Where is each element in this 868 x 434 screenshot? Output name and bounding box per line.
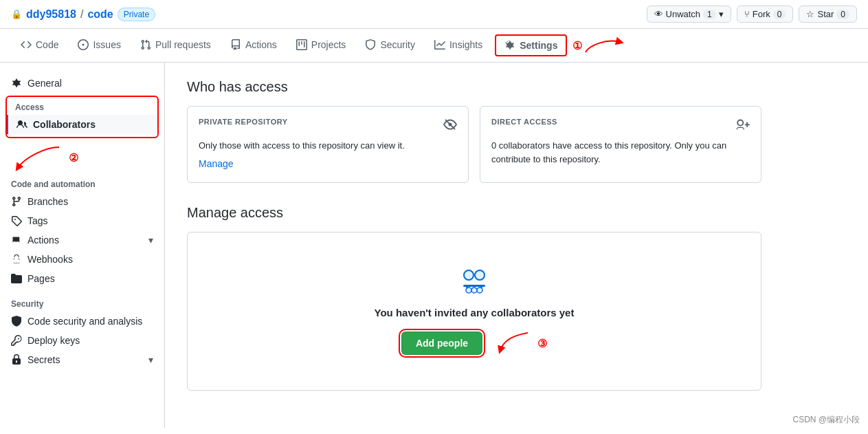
star-label: Star bbox=[817, 9, 834, 19]
star-icon: ☆ bbox=[806, 9, 814, 19]
sidebar-item-branches[interactable]: Branches bbox=[0, 192, 164, 211]
annotation-2: ② bbox=[69, 151, 78, 164]
insights-icon bbox=[434, 39, 445, 50]
sidebar-access-title: Access bbox=[7, 100, 157, 115]
fork-button[interactable]: ⑂ Fork 0 bbox=[737, 6, 794, 23]
sidebar-item-secrets[interactable]: Secrets ▾ bbox=[0, 350, 164, 369]
pulls-icon bbox=[140, 39, 151, 50]
sidebar-item-deploy-keys[interactable]: Deploy keys bbox=[0, 331, 164, 350]
tab-code-label: Code bbox=[36, 39, 58, 50]
unwatch-button[interactable]: 👁 Unwatch 1 ▾ bbox=[647, 6, 731, 23]
unwatch-label: Unwatch bbox=[666, 9, 701, 19]
sidebar-item-webhooks[interactable]: Webhooks bbox=[0, 250, 164, 269]
sidebar-item-code-security[interactable]: Code security and analysis bbox=[0, 312, 164, 331]
watermark: CSDN @编程小段 bbox=[792, 414, 860, 426]
direct-access-card: DIRECT ACCESS 0 collaborators have acces… bbox=[480, 106, 761, 183]
svg-point-5 bbox=[466, 287, 471, 293]
chevron-down-icon[interactable]: ▾ bbox=[719, 9, 724, 19]
private-repo-card-header: PRIVATE REPOSITORY bbox=[199, 118, 457, 133]
private-repo-card: PRIVATE REPOSITORY Only those with acces… bbox=[187, 106, 469, 183]
tab-projects-label: Projects bbox=[311, 39, 346, 50]
collab-icon-container bbox=[199, 265, 750, 299]
sidebar-code-automation: Code and automation Branches Tags Action… bbox=[0, 174, 164, 288]
main-layout: General Access Collaborators ② bbox=[0, 63, 868, 428]
private-badge: Private bbox=[118, 8, 155, 21]
sidebar-pages-label: Pages bbox=[27, 273, 55, 284]
tab-projects[interactable]: Projects bbox=[287, 32, 356, 58]
sidebar: General Access Collaborators ② bbox=[0, 63, 165, 428]
direct-access-label: DIRECT ACCESS bbox=[491, 118, 557, 126]
chevron-down-icon[interactable]: ▾ bbox=[148, 235, 153, 246]
sidebar-deploy-keys-label: Deploy keys bbox=[27, 335, 80, 346]
sidebar-item-general[interactable]: General bbox=[0, 74, 164, 93]
annotation-1: ① bbox=[572, 39, 582, 52]
actions-play-icon bbox=[11, 235, 22, 246]
tab-issues-label: Issues bbox=[93, 39, 120, 50]
star-count: 0 bbox=[836, 10, 849, 19]
fork-icon: ⑂ bbox=[744, 9, 750, 19]
sidebar-general-label: General bbox=[27, 78, 62, 89]
fork-count: 0 bbox=[773, 10, 786, 19]
annotation-3: ③ bbox=[537, 337, 547, 350]
svg-rect-2 bbox=[463, 285, 485, 287]
tab-actions[interactable]: Actions bbox=[221, 32, 287, 58]
tab-security-label: Security bbox=[380, 39, 415, 50]
repo-name[interactable]: code bbox=[87, 8, 113, 21]
key-icon bbox=[11, 335, 22, 346]
unwatch-count: 1 bbox=[703, 10, 716, 19]
manage-access-box: You haven't invited any collaborators ye… bbox=[187, 232, 761, 391]
pages-icon bbox=[11, 273, 22, 284]
eye-off-icon bbox=[443, 118, 457, 133]
direct-access-card-header: DIRECT ACCESS bbox=[491, 118, 750, 133]
chevron-down-icon-secrets[interactable]: ▾ bbox=[148, 354, 153, 365]
tab-security[interactable]: Security bbox=[355, 32, 425, 58]
repo-owner[interactable]: ddy95818 bbox=[26, 8, 76, 21]
top-bar: 🔒 ddy95818 / code Private 👁 Unwatch 1 ▾ … bbox=[0, 0, 868, 29]
arrow-1 bbox=[582, 35, 623, 56]
star-button[interactable]: ☆ Star 0 bbox=[799, 6, 857, 23]
collaborator-graphic bbox=[458, 265, 491, 299]
sidebar-secrets-label: Secrets bbox=[27, 354, 60, 365]
lock-icon bbox=[11, 354, 22, 365]
shield-icon bbox=[11, 316, 22, 327]
tab-insights[interactable]: Insights bbox=[425, 32, 492, 58]
actions-icon bbox=[230, 39, 241, 50]
sidebar-security-title: Security bbox=[0, 294, 164, 312]
branch-icon bbox=[11, 196, 22, 207]
gear-icon bbox=[11, 78, 22, 89]
svg-point-0 bbox=[464, 270, 474, 280]
repo-info: 🔒 ddy95818 / code Private bbox=[11, 8, 155, 21]
add-people-button[interactable]: Add people bbox=[401, 332, 482, 355]
webhook-icon bbox=[11, 254, 22, 265]
tab-settings[interactable]: Settings bbox=[495, 34, 567, 56]
security-icon bbox=[365, 39, 376, 50]
tab-code[interactable]: Code bbox=[11, 32, 68, 58]
manage-access-title: Manage access bbox=[187, 205, 761, 221]
main-content: Who has access PRIVATE REPOSITORY Only t… bbox=[165, 63, 783, 428]
no-collabs-text: You haven't invited any collaborators ye… bbox=[199, 307, 750, 318]
who-has-access-title: Who has access bbox=[187, 79, 761, 95]
settings-icon bbox=[504, 40, 515, 51]
sidebar-item-collaborators[interactable]: Collaborators bbox=[7, 115, 157, 134]
manage-link[interactable]: Manage bbox=[199, 158, 234, 169]
sidebar-access-section: Access Collaborators bbox=[5, 96, 159, 138]
sidebar-tags-label: Tags bbox=[27, 215, 48, 226]
sidebar-item-actions-settings[interactable]: Actions ▾ bbox=[0, 230, 164, 250]
people-plus-icon bbox=[736, 118, 750, 133]
sidebar-code-automation-title: Code and automation bbox=[0, 174, 164, 192]
projects-icon bbox=[296, 39, 307, 50]
tab-insights-label: Insights bbox=[449, 39, 482, 50]
tab-pulls-label: Pull requests bbox=[155, 39, 211, 50]
fork-label: Fork bbox=[753, 9, 770, 19]
tab-settings-label: Settings bbox=[520, 40, 557, 51]
tab-issues[interactable]: Issues bbox=[68, 32, 130, 58]
nav-tabs: Code Issues Pull requests Actions Projec… bbox=[0, 29, 868, 63]
svg-point-1 bbox=[475, 270, 485, 280]
issues-icon bbox=[78, 39, 89, 50]
svg-point-7 bbox=[471, 287, 477, 293]
sidebar-item-tags[interactable]: Tags bbox=[0, 211, 164, 230]
svg-point-6 bbox=[477, 287, 482, 293]
tab-pull-requests[interactable]: Pull requests bbox=[131, 32, 221, 58]
sidebar-item-pages[interactable]: Pages bbox=[0, 269, 164, 288]
eye-icon: 👁 bbox=[654, 9, 663, 19]
